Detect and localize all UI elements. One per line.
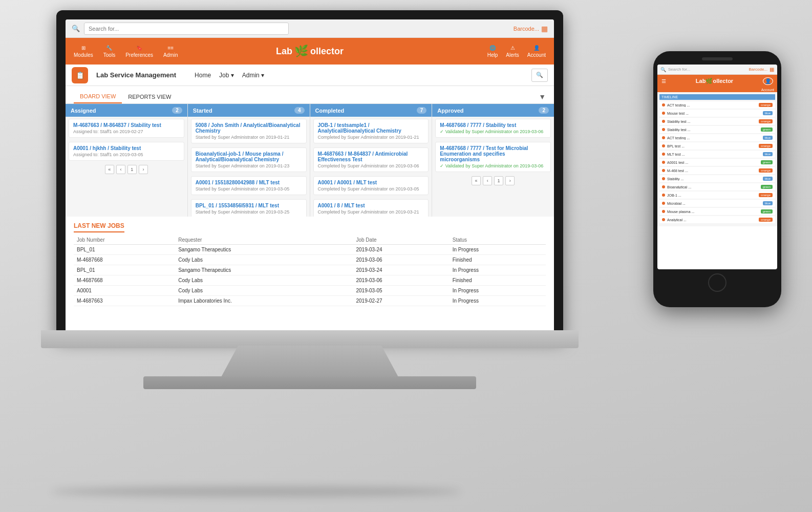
table-row[interactable]: A0001 Cody Labs 2019-03-05 In Progress bbox=[74, 286, 546, 296]
list-item[interactable]: MLT test ... blue bbox=[659, 151, 775, 158]
assigned-card-2[interactable]: A0001 / hjkhh / Stability test Assigned … bbox=[69, 142, 184, 161]
approved-prev[interactable]: ‹ bbox=[483, 176, 492, 185]
page-prev[interactable]: ‹ bbox=[116, 165, 125, 174]
admin-icon: ≡≡ bbox=[167, 45, 174, 51]
nav-modules[interactable]: ⊞ Modules bbox=[74, 45, 93, 58]
list-item[interactable]: JOB-1 ... orange bbox=[659, 191, 775, 199]
table-row[interactable]: M-4687668 Cody Labs 2019-03-06 Finished bbox=[74, 275, 546, 286]
nav-help[interactable]: 🌐 Help bbox=[487, 45, 498, 58]
list-item[interactable]: A0001 test ... green bbox=[659, 159, 775, 166]
search-input[interactable] bbox=[89, 26, 284, 32]
status-cell: In Progress bbox=[450, 296, 546, 306]
nav-job[interactable]: Job ▾ bbox=[219, 72, 234, 79]
list-item[interactable]: Stability test ... orange bbox=[659, 118, 775, 125]
nav-account[interactable]: 👤 Account bbox=[527, 45, 546, 58]
approved-card-2[interactable]: M-4687668 / 7777 / Test for Microbial En… bbox=[435, 142, 551, 172]
filter-icon[interactable]: ▼ bbox=[539, 93, 546, 101]
leaf-icon: 🌿 bbox=[294, 45, 308, 58]
table-row[interactable]: M-4687668 Cody Labs 2019-03-06 Finished bbox=[74, 255, 546, 265]
approved-prev-first[interactable]: « bbox=[472, 176, 481, 185]
job-number-cell: M-4687668 bbox=[74, 255, 175, 265]
laptop-device: 🔍 Barcode... ▦ ⊞ Modules bbox=[41, 10, 579, 410]
list-item[interactable]: Analytical ... orange bbox=[659, 216, 775, 223]
completed-card-4[interactable]: A0001 / 8 / MLT test Completed by Super … bbox=[313, 199, 429, 217]
nav-preferences[interactable]: 🔖 Preferences bbox=[125, 45, 153, 58]
list-item-label: Stability ... bbox=[667, 177, 683, 181]
phone-nav-bar: ☰ Lab🌿ollector 👤 bbox=[657, 75, 777, 88]
completed-card-2[interactable]: M-4687663 / M-864837 / Antimicrobial Eff… bbox=[313, 147, 429, 172]
phone-content: TIMELINE ACT testing ... orange Mouse te… bbox=[657, 92, 777, 226]
job-number-cell: BPL_01 bbox=[74, 265, 175, 275]
laptop-bezel: 🔍 Barcode... ▦ ⊞ Modules bbox=[56, 10, 563, 338]
tab-board-view[interactable]: BOARD VIEW bbox=[74, 90, 122, 103]
phone-menu-icon[interactable]: ☰ bbox=[661, 78, 666, 84]
job-date-cell: 2019-03-24 bbox=[353, 265, 449, 275]
nav-items: ⊞ Modules 🔧 Tools 🔖 Preferences ≡≡ bbox=[74, 45, 178, 58]
list-item-dot bbox=[662, 128, 665, 131]
table-row[interactable]: M-4687663 Impax Laboratories Inc. 2019-0… bbox=[74, 296, 546, 306]
board-view: Assigned 2 M-4687663 / M-864837 / Stabil… bbox=[66, 104, 554, 217]
requester-cell: Cody Labs bbox=[175, 255, 353, 265]
page-prev-first[interactable]: « bbox=[105, 165, 114, 174]
list-item[interactable]: M-468 test ... orange bbox=[659, 167, 775, 174]
list-item-dot bbox=[662, 218, 665, 221]
nav-home[interactable]: Home bbox=[195, 72, 211, 79]
nav-tools[interactable]: 🔧 Tools bbox=[103, 45, 115, 58]
tab-reports-view[interactable]: REPORTS VIEW bbox=[122, 91, 177, 103]
list-item[interactable]: Bioanalytical ... green bbox=[659, 183, 775, 190]
approved-next[interactable]: › bbox=[505, 176, 515, 185]
approved-card-1[interactable]: M-4687668 / 7777 / Stability test ✓ Vali… bbox=[435, 119, 551, 138]
list-item-dot bbox=[662, 210, 665, 213]
phone-account-icon[interactable]: 👤 bbox=[763, 77, 773, 85]
tools-icon: 🔧 bbox=[106, 45, 112, 51]
secondary-search[interactable]: 🔍 bbox=[531, 69, 548, 82]
search-icon: 🔍 bbox=[72, 25, 80, 32]
completed-card-1[interactable]: JOB-1 / testsample1 / Analytical/Bioanal… bbox=[313, 119, 429, 143]
list-item-tag: orange bbox=[759, 119, 773, 123]
jobs-table: Job Number Requester Job Date Status BPL… bbox=[74, 236, 546, 306]
list-item-dot bbox=[662, 202, 665, 205]
phone-barcode-label: Barcode... bbox=[749, 67, 767, 72]
completed-card-3[interactable]: A0001 / A0001 / MLT test Completed by Su… bbox=[313, 176, 429, 195]
list-item[interactable]: Stability test ... green bbox=[659, 126, 775, 133]
nav-admin[interactable]: ≡≡ Admin bbox=[163, 45, 178, 58]
page-next[interactable]: › bbox=[139, 165, 148, 174]
phone-home-button[interactable] bbox=[708, 273, 726, 292]
table-row[interactable]: BPL_01 Sangamo Therapeutics 2019-03-24 I… bbox=[74, 245, 546, 255]
approved-current: 1 bbox=[494, 176, 503, 185]
list-item-dot bbox=[662, 103, 665, 106]
list-item-dot bbox=[662, 169, 665, 172]
module-title: Lab Service Management bbox=[96, 71, 176, 79]
job-date-cell: 2019-03-24 bbox=[353, 245, 449, 255]
status-cell: In Progress bbox=[450, 265, 546, 275]
list-item[interactable]: Mouse plasma ... green bbox=[659, 208, 775, 215]
barcode-button[interactable]: Barcode... ▦ bbox=[514, 25, 548, 33]
column-approved: Approved 2 M-4687668 / 7777 / Stability … bbox=[432, 104, 554, 217]
column-assigned: Assigned 2 M-4687663 / M-864837 / Stabil… bbox=[66, 104, 188, 217]
job-date-cell: 2019-02-27 bbox=[353, 296, 449, 306]
list-item[interactable]: Mouse test ... blue bbox=[659, 110, 775, 117]
page-current: 1 bbox=[127, 165, 137, 174]
started-card-4[interactable]: BPL_01 / 15534856I5931 / MLT test Starte… bbox=[191, 199, 307, 217]
phone-timeline: TIMELINE bbox=[659, 94, 775, 100]
list-item[interactable]: BPL test ... orange bbox=[659, 142, 775, 150]
list-item[interactable]: ACT testing ... orange bbox=[659, 101, 775, 109]
started-card-2[interactable]: Bioanalytical-job-1 / Mouse plasma / Ana… bbox=[191, 147, 307, 172]
barcode-label: Barcode... bbox=[514, 26, 539, 32]
search-bar[interactable] bbox=[84, 23, 289, 35]
list-item-dot bbox=[662, 144, 665, 147]
secondary-nav-links: Home Job ▾ Admin ▾ bbox=[195, 72, 264, 79]
assigned-card-1[interactable]: M-4687663 / M-864837 / Stability test As… bbox=[69, 119, 184, 138]
account-icon: 👤 bbox=[533, 45, 540, 51]
started-card-3[interactable]: A0001 / 15518280042988 / MLT test Starte… bbox=[191, 176, 307, 195]
list-item[interactable]: Microbial ... blue bbox=[659, 200, 775, 207]
list-item[interactable]: ACT testing ... blue bbox=[659, 134, 775, 141]
nav-admin-link[interactable]: Admin ▾ bbox=[242, 72, 264, 79]
list-item-label: JOB-1 ... bbox=[667, 194, 681, 197]
list-item-label: MLT test ... bbox=[667, 153, 685, 156]
started-card-1[interactable]: 5008 / John Smith / Analytical/Bioanalyt… bbox=[191, 119, 307, 143]
nav-alerts[interactable]: ⚠ Alerts bbox=[506, 45, 519, 58]
list-item[interactable]: Stability ... blue bbox=[659, 175, 775, 182]
table-row[interactable]: BPL_01 Sangamo Therapeutics 2019-03-24 I… bbox=[74, 265, 546, 275]
app-logo: Lab 🌿 ollector bbox=[276, 45, 344, 58]
